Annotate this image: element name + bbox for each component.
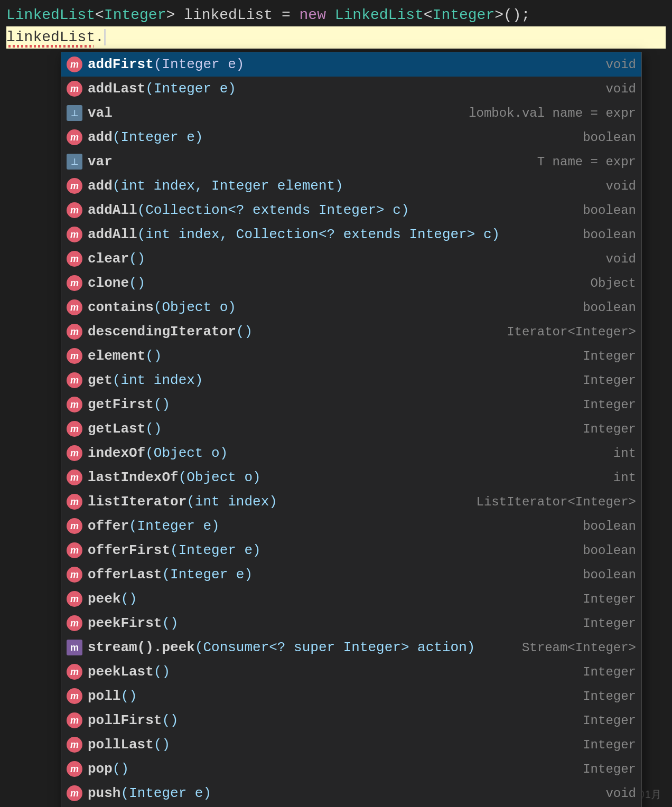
item-params: (Integer e) xyxy=(129,518,220,534)
item-params: () xyxy=(162,615,178,631)
item-name: offerFirst xyxy=(88,542,170,558)
item-params: () xyxy=(154,737,170,753)
method-icon: m xyxy=(67,348,82,364)
method-icon: m xyxy=(67,542,82,558)
autocomplete-item-getLast[interactable]: m getLast() Integer xyxy=(61,417,641,441)
item-name: val xyxy=(88,105,113,121)
item-params: (Integer e) xyxy=(120,785,211,801)
method-icon: m xyxy=(67,664,82,680)
item-return: Stream<Integer> xyxy=(522,641,636,655)
item-name: offerLast xyxy=(88,567,162,583)
item-name: indexOf xyxy=(88,445,145,461)
item-name: push xyxy=(88,785,120,801)
item-name: pollLast xyxy=(88,737,154,753)
item-params: () xyxy=(145,348,162,364)
item-return: void xyxy=(605,252,636,266)
item-return: Integer xyxy=(583,592,636,606)
item-return: int xyxy=(613,471,636,485)
autocomplete-item-add1[interactable]: m add(Integer e) boolean xyxy=(61,125,641,149)
method-icon: m xyxy=(67,737,82,753)
autocomplete-item-addAll1[interactable]: m addAll(Collection<? extends Integer> c… xyxy=(61,198,641,222)
method-icon: m xyxy=(67,372,82,388)
item-params: (Object o) xyxy=(179,470,261,485)
item-return: Integer xyxy=(583,762,636,776)
item-return: Integer xyxy=(583,373,636,388)
autocomplete-item-pollLast[interactable]: m pollLast() Integer xyxy=(61,733,641,757)
item-params: (Integer e) xyxy=(170,542,261,558)
item-return: boolean xyxy=(583,543,636,558)
autocomplete-item-offerLast[interactable]: m offerLast(Integer e) boolean xyxy=(61,562,641,587)
method-icon: m xyxy=(67,494,82,510)
item-params: () xyxy=(120,591,137,607)
item-return: void xyxy=(605,179,636,193)
item-params: (int index, Integer element) xyxy=(113,178,343,194)
item-return: boolean xyxy=(583,130,636,145)
item-return: Integer xyxy=(583,398,636,412)
autocomplete-item-contains[interactable]: m contains(Object o) boolean xyxy=(61,295,641,320)
autocomplete-item-lastIndexOf[interactable]: m lastIndexOf(Object o) int xyxy=(61,465,641,490)
item-name: get xyxy=(88,372,113,388)
autocomplete-item-addAll2[interactable]: m addAll(int index, Collection<? extends… xyxy=(61,222,641,247)
autocomplete-item-addLast[interactable]: m addLast(Integer e) void xyxy=(61,77,641,101)
method-icon: m xyxy=(67,445,82,461)
method-icon: m xyxy=(67,227,82,242)
method-icon: m xyxy=(67,591,82,607)
item-name: lastIndexOf xyxy=(88,470,179,485)
item-params: (int index, Collection<? extends Integer… xyxy=(137,227,500,242)
autocomplete-item-clear[interactable]: m clear() void xyxy=(61,247,641,271)
item-params: () xyxy=(154,397,170,412)
item-params: (Integer e) xyxy=(113,129,203,145)
autocomplete-dropdown: m addFirst(Integer e) void m addLast(Int… xyxy=(61,52,642,807)
autocomplete-item-stream-peek[interactable]: m stream().peek(Consumer<? super Integer… xyxy=(61,635,641,660)
item-name: getLast xyxy=(88,421,145,437)
autocomplete-item-pop[interactable]: m pop() Integer xyxy=(61,757,641,781)
autocomplete-item-indexOf[interactable]: m indexOf(Object o) int xyxy=(61,441,641,465)
item-return: T name = expr xyxy=(537,155,636,169)
method-icon: m xyxy=(67,421,82,437)
squiggle-underline xyxy=(6,45,94,48)
autocomplete-item-offerFirst[interactable]: m offerFirst(Integer e) boolean xyxy=(61,538,641,562)
editor-line1: LinkedList<Integer> linkedList = new Lin… xyxy=(6,4,666,26)
autocomplete-item-peekLast[interactable]: m peekLast() Integer xyxy=(61,660,641,684)
item-return: void xyxy=(605,58,636,72)
method-icon: m xyxy=(67,567,82,583)
autocomplete-item-poll[interactable]: m poll() Integer xyxy=(61,684,641,708)
autocomplete-item-peekFirst[interactable]: m peekFirst() Integer xyxy=(61,611,641,635)
item-name: add xyxy=(88,178,113,194)
val-icon: ⊥ xyxy=(67,154,82,170)
autocomplete-item-peek[interactable]: m peek() Integer xyxy=(61,587,641,611)
method-icon: m xyxy=(67,785,82,801)
item-return: ListIterator<Integer> xyxy=(477,495,636,509)
autocomplete-item-element[interactable]: m element() Integer xyxy=(61,344,641,368)
item-return: Integer xyxy=(583,665,636,679)
method-icon: m xyxy=(67,275,82,291)
code-linkedlist-type: LinkedList xyxy=(6,7,95,23)
autocomplete-item-getFirst[interactable]: m getFirst() Integer xyxy=(61,392,641,417)
autocomplete-item-clone[interactable]: m clone() Object xyxy=(61,271,641,295)
autocomplete-item-addFirst[interactable]: m addFirst(Integer e) void xyxy=(61,52,641,77)
item-name: addLast xyxy=(88,81,145,97)
method-icon: m xyxy=(67,712,82,728)
autocomplete-item-listIterator[interactable]: m listIterator(int index) ListIterator<I… xyxy=(61,490,641,514)
autocomplete-item-get[interactable]: m get(int index) Integer xyxy=(61,368,641,392)
item-return: Integer xyxy=(583,349,636,363)
autocomplete-item-add2[interactable]: m add(int index, Integer element) void xyxy=(61,174,641,198)
item-return: Iterator<Integer> xyxy=(507,325,636,339)
item-return: Integer xyxy=(583,689,636,703)
editor-line2: linkedList. xyxy=(6,26,666,49)
autocomplete-item-var[interactable]: ⊥ var T name = expr xyxy=(61,149,641,174)
autocomplete-item-pollFirst[interactable]: m pollFirst() Integer xyxy=(61,708,641,733)
autocomplete-item-offer[interactable]: m offer(Integer e) boolean xyxy=(61,514,641,538)
editor-area: LinkedList<Integer> linkedList = new Lin… xyxy=(0,0,672,53)
item-name: var xyxy=(88,154,113,170)
item-return: lombok.val name = expr xyxy=(469,106,636,120)
autocomplete-item-descendingIterator[interactable]: m descendingIterator() Iterator<Integer> xyxy=(61,320,641,344)
method-icon: m xyxy=(67,129,82,145)
item-params: () xyxy=(113,761,129,777)
cursor xyxy=(104,29,106,45)
autocomplete-item-push[interactable]: m push(Integer e) void xyxy=(61,781,641,805)
item-name: element xyxy=(88,348,145,364)
autocomplete-item-val[interactable]: ⊥ val lombok.val name = expr xyxy=(61,101,641,125)
item-params: () xyxy=(145,421,162,437)
item-name: poll xyxy=(88,688,120,704)
